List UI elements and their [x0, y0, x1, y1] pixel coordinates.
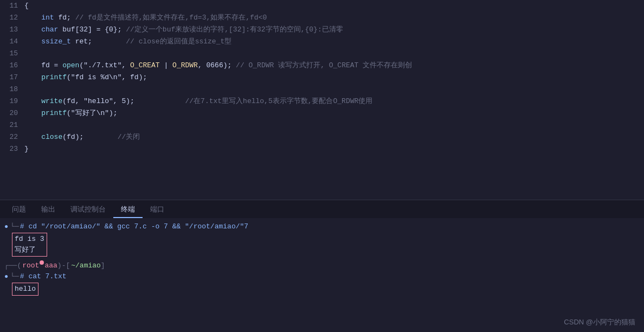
- terminal-prompt-line-2: ┌──(rootaaa)-[~/amiao]: [4, 260, 640, 271]
- line-content: write(fd, "hello", 5); //在7.txt里写入hello,…: [24, 95, 644, 107]
- code-line: 23}: [0, 143, 644, 155]
- editor-area: 11{12 int fd; // fd是文件描述符,如果文件存在,fd=3,如果…: [0, 0, 644, 200]
- line-number: 14: [0, 36, 24, 48]
- code-line: 20 printf("写好了\n");: [0, 107, 644, 119]
- tab-问题[interactable]: 问题: [4, 201, 34, 218]
- terminal-command-line-2: ● └─ # cat 7.txt: [4, 271, 640, 282]
- terminal-command-line-1: ● └─ # cd "/root/amiao/" && gcc 7.c -o 7…: [4, 221, 640, 232]
- code-line: 16 fd = open("./7.txt", O_CREAT | O_RDWR…: [0, 60, 644, 72]
- code-line: 22 close(fd); //关闭: [0, 131, 644, 143]
- line-number: 21: [0, 119, 24, 131]
- output-box-1: fd is 3写好了: [12, 233, 47, 257]
- code-line: 19 write(fd, "hello", 5); //在7.txt里写入hel…: [0, 95, 644, 107]
- tab-端口[interactable]: 端口: [143, 201, 172, 218]
- line-content: close(fd); //关闭: [24, 131, 644, 143]
- line-content: }: [24, 143, 644, 155]
- output-text: fd is 3: [15, 234, 44, 245]
- line-content: int fd; // fd是文件描述符,如果文件存在,fd=3,如果不存在,fd…: [24, 12, 644, 24]
- line-number: 18: [0, 84, 24, 95]
- code-line: 13 char buf[32] = {0}; //定义一个buf来放读出的字符,…: [0, 24, 644, 36]
- output-text: hello: [15, 284, 36, 295]
- line-number: 13: [0, 24, 24, 36]
- code-line: 11{: [0, 0, 644, 12]
- terminal-area: ● └─ # cd "/root/amiao/" && gcc 7.c -o 7…: [0, 218, 644, 332]
- line-content: char buf[32] = {0}; //定义一个buf来放读出的字符,[32…: [24, 24, 644, 36]
- line-content: ssize_t ret; // close的返回值是ssize_t型: [24, 36, 644, 48]
- code-line: 12 int fd; // fd是文件描述符,如果文件存在,fd=3,如果不存在…: [0, 12, 644, 24]
- line-number: 11: [0, 0, 24, 12]
- code-line: 15: [0, 48, 644, 60]
- code-line: 14 ssize_t ret; // close的返回值是ssize_t型: [0, 36, 644, 48]
- line-number: 12: [0, 12, 24, 24]
- line-number: 17: [0, 72, 24, 84]
- root-circle-icon: [40, 260, 44, 265]
- code-line: 21: [0, 119, 644, 131]
- line-number: 19: [0, 95, 24, 107]
- output-box-2: hello: [12, 283, 38, 296]
- line-number: 23: [0, 143, 24, 155]
- line-number: 20: [0, 107, 24, 119]
- line-content: {: [24, 0, 644, 12]
- code-line: 18: [0, 84, 644, 95]
- bullet-icon-2: ●: [4, 271, 8, 282]
- line-number: 16: [0, 60, 24, 72]
- line-number: 22: [0, 131, 24, 143]
- output-text: 写好了: [15, 245, 44, 256]
- line-content: printf("fd is %d\n", fd);: [24, 72, 644, 84]
- line-content: printf("写好了\n");: [24, 107, 644, 119]
- watermark: CSDN @小阿宁的猫猫: [564, 317, 635, 328]
- line-number: 15: [0, 48, 24, 60]
- tab-调试控制台[interactable]: 调试控制台: [63, 201, 113, 218]
- code-lines: 11{12 int fd; // fd是文件描述符,如果文件存在,fd=3,如果…: [0, 0, 644, 155]
- tab-终端[interactable]: 终端: [113, 201, 143, 218]
- bullet-icon: ●: [4, 221, 8, 232]
- tab-输出[interactable]: 输出: [34, 201, 63, 218]
- terminal-content: ● └─ # cd "/root/amiao/" && gcc 7.c -o 7…: [4, 221, 640, 296]
- code-line: 17 printf("fd is %d\n", fd);: [0, 72, 644, 84]
- panel-tabs: 问题输出调试控制台终端端口: [0, 200, 644, 218]
- line-content: fd = open("./7.txt", O_CREAT | O_RDWR, 0…: [24, 60, 644, 72]
